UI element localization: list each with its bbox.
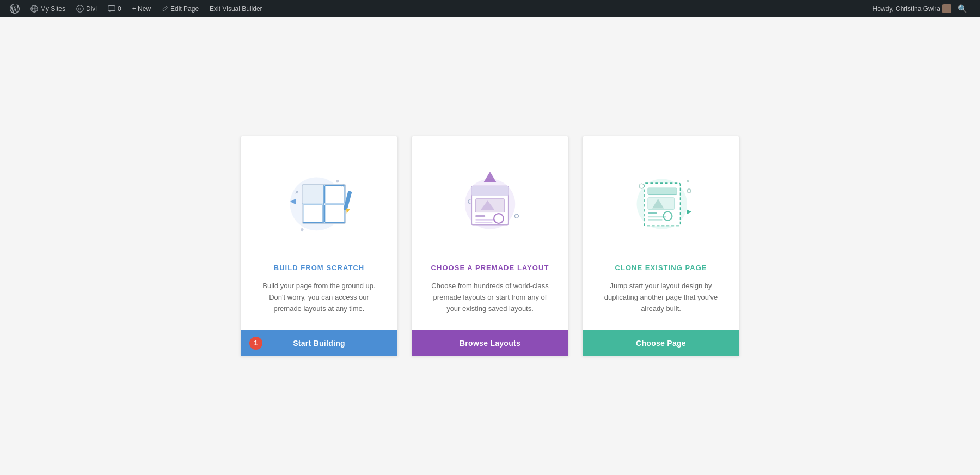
wp-logo-icon [10,4,20,14]
card-scratch-desc: Build your page from the ground up. Don'… [256,281,382,314]
user-greeting: Howdy, Christina Gwira [873,5,940,13]
card-premade-footer: Browse Layouts [412,330,568,356]
svg-text:×: × [295,188,299,196]
admin-bar-left: My Sites D Divi 0 + New Edit Page Exit V… [4,0,873,17]
divi-icon: D [76,5,84,13]
choose-page-label: Choose Page [636,339,686,348]
edit-icon [162,5,168,12]
start-building-button[interactable]: 1 Start Building [241,330,397,356]
browse-layouts-button[interactable]: Browse Layouts [412,330,568,356]
svg-rect-48 [648,219,663,221]
illustration-scratch: × ◇ [270,153,368,251]
admin-bar: My Sites D Divi 0 + New Edit Page Exit V… [0,0,980,17]
new-label: + New [132,5,151,13]
card-clone-body: ▶ × [583,136,739,330]
main-content: × ◇ [0,17,980,475]
svg-text:×: × [686,178,689,185]
wp-logo-item[interactable] [4,0,25,17]
card-premade: × [411,136,569,356]
user-avatar [942,4,951,13]
exit-builder-item[interactable]: Exit Visual Builder [204,0,268,17]
svg-marker-25 [483,172,496,182]
card-premade-desc: Choose from hundreds of world-class prem… [427,281,553,314]
card-scratch-body: × ◇ [241,136,397,330]
svg-rect-33 [475,215,485,217]
comments-item[interactable]: 0 [102,0,127,17]
new-item[interactable]: + New [127,0,156,17]
my-sites-item[interactable]: My Sites [25,0,71,17]
svg-rect-35 [475,222,492,224]
svg-rect-18 [325,186,345,203]
search-icon[interactable]: 🔍 [953,4,971,13]
illustration-clone: ▶ × [612,153,710,251]
svg-text:D: D [78,7,81,11]
svg-point-39 [687,189,691,193]
divi-label: Divi [86,5,97,13]
comments-icon [108,5,115,13]
svg-point-27 [514,214,518,218]
svg-rect-19 [303,205,323,223]
clone-svg: ▶ × [617,158,705,245]
card-clone-footer: Choose Page [583,330,739,356]
exit-builder-label: Exit Visual Builder [210,5,262,13]
svg-rect-46 [648,212,657,215]
svg-rect-34 [475,219,495,221]
illustration-premade: × [441,153,539,251]
card-clone: ▶ × [582,136,740,356]
my-sites-label: My Sites [40,5,65,13]
card-premade-title: CHOOSE A PREMADE LAYOUT [431,264,549,272]
card-clone-title: CLONE EXISTING PAGE [615,264,707,272]
choose-page-button[interactable]: Choose Page [583,330,739,356]
admin-bar-right: Howdy, Christina Gwira 🔍 [873,4,976,13]
svg-text:◇: ◇ [341,183,345,188]
svg-point-9 [301,228,303,231]
badge-number: 1 [249,337,262,350]
card-scratch: × ◇ [240,136,398,356]
edit-page-label: Edit Page [170,5,199,13]
svg-rect-30 [471,186,509,196]
card-premade-body: × [412,136,568,330]
start-building-label: Start Building [293,339,345,348]
svg-rect-17 [303,186,323,203]
svg-point-38 [639,184,644,188]
divi-item[interactable]: D Divi [71,0,102,17]
comments-count: 0 [118,5,121,13]
browse-layouts-label: Browse Layouts [460,339,520,348]
svg-rect-6 [108,5,115,10]
svg-text:▶: ▶ [687,208,692,216]
cards-container: × ◇ [191,136,789,356]
premade-svg: × [446,158,534,245]
svg-rect-43 [648,188,677,194]
scratch-svg: × ◇ [275,158,363,245]
my-sites-icon [30,5,38,13]
svg-point-8 [336,180,339,182]
card-clone-desc: Jump start your layout design by duplica… [598,281,724,314]
edit-page-item[interactable]: Edit Page [156,0,204,17]
card-scratch-footer: 1 Start Building [241,330,397,356]
svg-rect-20 [325,205,345,223]
card-scratch-title: BUILD FROM SCRATCH [274,264,365,272]
